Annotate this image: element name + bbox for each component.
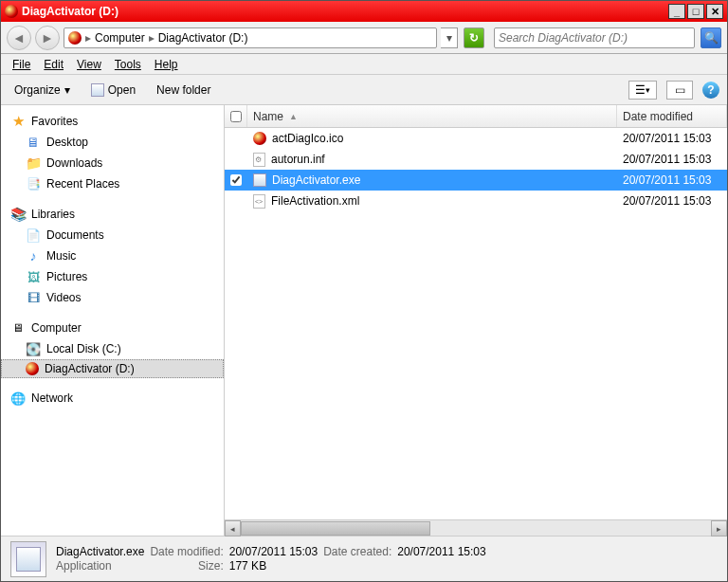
- details-size-label: Size:: [150, 559, 223, 573]
- minimize-button[interactable]: _: [668, 4, 685, 19]
- open-icon: [91, 83, 104, 97]
- network-header[interactable]: 🌐 Network: [1, 388, 224, 409]
- file-date: 20/07/2011 15:03: [617, 153, 727, 166]
- file-name: FileActivation.xml: [271, 194, 359, 208]
- sidebar-item-diagactivator-d[interactable]: DiagActivator (D:): [1, 359, 224, 378]
- file-row[interactable]: FileActivation.xml20/07/2011 15:03: [225, 191, 727, 211]
- chevron-right-icon: ▸: [85, 31, 91, 45]
- details-pane: DiagActivator.exe Date modified: 20/07/2…: [1, 536, 727, 581]
- computer-icon: 🖥: [10, 320, 26, 336]
- view-options-button[interactable]: ☰ ▾: [628, 81, 657, 100]
- column-name[interactable]: Name ▲: [247, 105, 617, 127]
- recent-icon: 📑: [26, 176, 41, 191]
- menu-view[interactable]: View: [71, 56, 107, 73]
- favorites-header[interactable]: ★ Favorites: [1, 111, 224, 132]
- pictures-icon: 🖼: [26, 269, 41, 284]
- computer-header[interactable]: 🖥 Computer: [1, 318, 224, 338]
- scroll-left-button[interactable]: ◂: [225, 520, 241, 537]
- sidebar-item-music[interactable]: ♪Music: [1, 246, 224, 266]
- file-row[interactable]: actDiagIco.ico20/07/2011 15:03: [225, 128, 727, 149]
- exe-icon: [253, 173, 266, 187]
- file-row[interactable]: DiagActivator.exe20/07/2011 15:03: [225, 170, 727, 191]
- breadcrumb-current[interactable]: DiagActivator (D:): [158, 31, 248, 45]
- preview-pane-button[interactable]: ▭: [666, 81, 693, 100]
- details-created-label: Date created:: [323, 545, 391, 558]
- titlebar: DiagActivator (D:) _ □ ✕: [1, 1, 727, 22]
- menu-file[interactable]: File: [7, 56, 36, 73]
- libraries-label: Libraries: [31, 208, 75, 221]
- sidebar-item-label: Desktop: [46, 136, 88, 149]
- help-button[interactable]: ?: [702, 82, 719, 99]
- open-button[interactable]: Open: [85, 81, 141, 100]
- file-date: 20/07/2011 15:03: [617, 194, 727, 208]
- network-label: Network: [31, 391, 73, 405]
- menu-edit[interactable]: Edit: [38, 56, 69, 73]
- favorites-label: Favorites: [31, 115, 78, 128]
- back-button[interactable]: ◄: [7, 26, 31, 50]
- sidebar-item-pictures[interactable]: 🖼Pictures: [1, 266, 224, 287]
- file-date: 20/07/2011 15:03: [617, 132, 727, 145]
- search-box[interactable]: [494, 27, 695, 48]
- scroll-right-button[interactable]: ▸: [711, 520, 727, 537]
- menu-help[interactable]: Help: [149, 56, 184, 73]
- file-list[interactable]: actDiagIco.ico20/07/2011 15:03autorun.in…: [225, 128, 727, 519]
- sidebar-item-documents[interactable]: 📄Documents: [1, 225, 224, 246]
- folder-icon: 📁: [26, 155, 41, 171]
- videos-icon: 🎞: [26, 290, 41, 305]
- details-filename: DiagActivator.exe: [56, 545, 144, 558]
- libraries-header[interactable]: 📚 Libraries: [1, 204, 224, 225]
- file-row[interactable]: autorun.inf20/07/2011 15:03: [225, 149, 727, 170]
- breadcrumb[interactable]: ▸ Computer ▸ DiagActivator (D:): [64, 27, 437, 48]
- scroll-thumb[interactable]: [241, 521, 430, 536]
- breadcrumb-root[interactable]: Computer: [95, 31, 145, 45]
- search-input[interactable]: [499, 31, 690, 45]
- network-icon: 🌐: [10, 391, 26, 406]
- column-checkbox[interactable]: [225, 105, 247, 127]
- file-thumbnail: [10, 541, 46, 577]
- sidebar-item-local-disk-c[interactable]: 💽Local Disk (C:): [1, 338, 224, 359]
- computer-group: 🖥 Computer 💽Local Disk (C:) DiagActivato…: [1, 318, 224, 378]
- star-icon: ★: [10, 114, 26, 129]
- column-date[interactable]: Date modified: [617, 105, 727, 127]
- new-folder-button[interactable]: New folder: [151, 81, 216, 100]
- sort-asc-icon: ▲: [289, 112, 298, 121]
- sidebar-item-label: Local Disk (C:): [46, 342, 121, 355]
- sidebar-item-label: Music: [46, 249, 76, 263]
- chevron-right-icon: ▸: [149, 31, 155, 45]
- menu-tools[interactable]: Tools: [109, 56, 147, 73]
- toolbar: Organize ▾ Open New folder ☰ ▾ ▭ ?: [1, 75, 727, 105]
- organize-button[interactable]: Organize ▾: [9, 81, 76, 100]
- music-icon: ♪: [26, 248, 41, 264]
- navbar: ◄ ► ▸ Computer ▸ DiagActivator (D:) ▾ ↻ …: [1, 22, 727, 54]
- menubar: File Edit View Tools Help: [1, 54, 727, 75]
- maximize-button[interactable]: □: [687, 4, 704, 19]
- sidebar-item-label: Recent Places: [46, 177, 119, 191]
- horizontal-scrollbar[interactable]: ◂ ▸: [225, 519, 727, 536]
- desktop-icon: 🖥: [26, 135, 41, 150]
- sidebar-item-label: Videos: [46, 291, 81, 304]
- sidebar-item-videos[interactable]: 🎞Videos: [1, 287, 224, 308]
- details-type: Application: [56, 559, 144, 573]
- red-icon: [253, 132, 266, 145]
- favorites-group: ★ Favorites 🖥Desktop 📁Downloads 📑Recent …: [1, 111, 224, 194]
- select-all-checkbox[interactable]: [230, 111, 242, 122]
- search-button[interactable]: 🔍: [701, 27, 721, 48]
- refresh-button[interactable]: ↻: [464, 27, 484, 48]
- file-name: DiagActivator.exe: [272, 173, 360, 187]
- file-pane: Name ▲ Date modified actDiagIco.ico20/07…: [225, 105, 727, 536]
- close-button[interactable]: ✕: [706, 4, 723, 19]
- forward-button[interactable]: ►: [35, 26, 60, 50]
- sidebar-item-label: DiagActivator (D:): [45, 362, 135, 375]
- sidebar-item-downloads[interactable]: 📁Downloads: [1, 153, 224, 173]
- file-name: actDiagIco.ico: [272, 132, 343, 145]
- breadcrumb-dropdown[interactable]: ▾: [441, 27, 458, 48]
- app-icon: [5, 5, 18, 18]
- row-checkbox[interactable]: [230, 174, 242, 186]
- ini-icon: [253, 153, 265, 167]
- sidebar-item-desktop[interactable]: 🖥Desktop: [1, 132, 224, 153]
- sidebar-item-recent[interactable]: 📑Recent Places: [1, 173, 224, 194]
- network-group: 🌐 Network: [1, 388, 224, 409]
- documents-icon: 📄: [26, 227, 41, 243]
- sidebar-item-label: Documents: [46, 228, 104, 242]
- sidebar-item-label: Pictures: [46, 270, 87, 283]
